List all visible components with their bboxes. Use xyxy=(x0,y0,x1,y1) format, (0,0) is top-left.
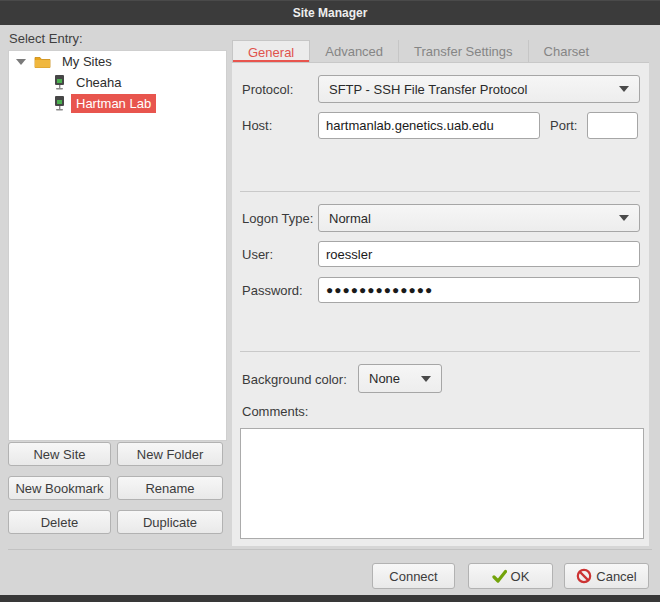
background-color-dropdown[interactable]: None xyxy=(358,364,442,393)
select-entry-label: Select Entry: xyxy=(9,31,83,46)
dropdown-arrow-icon xyxy=(619,215,629,221)
chevron-down-icon[interactable] xyxy=(16,59,26,65)
tree-item-label[interactable]: Cheaha xyxy=(71,73,127,92)
dropdown-arrow-icon xyxy=(619,86,629,92)
protocol-dropdown[interactable]: SFTP - SSH File Transfer Protocol xyxy=(318,75,640,103)
host-input[interactable] xyxy=(318,112,540,139)
window-title: Site Manager xyxy=(293,6,368,20)
ok-button[interactable]: OK xyxy=(468,563,553,589)
background-color-label: Background color: xyxy=(242,372,347,387)
server-icon xyxy=(54,96,65,111)
duplicate-button[interactable]: Duplicate xyxy=(117,510,223,534)
logon-type-label: Logon Type: xyxy=(242,211,313,226)
tree-item-label-selected[interactable]: Hartman Lab xyxy=(71,94,156,113)
password-input[interactable]: ●●●●●●●●●●●●● xyxy=(318,277,640,303)
cancel-icon xyxy=(576,568,592,584)
tab-charset[interactable]: Charset xyxy=(529,40,605,63)
delete-button[interactable]: Delete xyxy=(8,510,111,534)
site-tree[interactable]: My Sites Cheaha xyxy=(8,50,227,441)
port-label: Port: xyxy=(550,118,577,133)
comments-textarea[interactable] xyxy=(240,428,644,539)
tab-transfer-settings[interactable]: Transfer Settings xyxy=(399,40,529,63)
comments-label: Comments: xyxy=(242,404,308,419)
site-manager-dialog: Site Manager Select Entry: My Sites xyxy=(0,0,660,602)
cancel-button[interactable]: Cancel xyxy=(564,563,649,589)
tab-general[interactable]: General xyxy=(232,40,310,63)
server-icon xyxy=(54,75,65,90)
window-bottom-edge xyxy=(0,595,660,602)
footer-separator xyxy=(8,549,652,550)
password-label: Password: xyxy=(242,283,303,298)
tab-advanced[interactable]: Advanced xyxy=(310,40,399,63)
protocol-value: SFTP - SSH File Transfer Protocol xyxy=(329,82,527,97)
tree-item-my-sites[interactable]: My Sites xyxy=(9,51,226,72)
user-input[interactable] xyxy=(318,241,640,267)
host-label: Host: xyxy=(242,118,272,133)
rename-button[interactable]: Rename xyxy=(117,476,223,500)
new-site-button[interactable]: New Site xyxy=(8,442,111,466)
tree-item-cheaha[interactable]: Cheaha xyxy=(9,72,226,93)
protocol-label: Protocol: xyxy=(242,82,293,97)
separator xyxy=(240,191,640,192)
titlebar[interactable]: Site Manager xyxy=(0,0,660,25)
folder-icon xyxy=(34,55,51,68)
cancel-button-label: Cancel xyxy=(596,569,636,584)
connect-button[interactable]: Connect xyxy=(372,563,455,589)
new-folder-button[interactable]: New Folder xyxy=(117,442,223,466)
tree-item-hartman-lab[interactable]: Hartman Lab xyxy=(9,93,226,114)
separator xyxy=(240,351,640,352)
connect-button-label: Connect xyxy=(389,569,437,584)
logon-type-value: Normal xyxy=(329,211,371,226)
dropdown-arrow-icon xyxy=(421,376,431,382)
background-color-value: None xyxy=(369,371,400,386)
notebook-tabs: General Advanced Transfer Settings Chars… xyxy=(232,40,604,63)
user-label: User: xyxy=(242,247,273,262)
logon-type-dropdown[interactable]: Normal xyxy=(318,204,640,232)
new-bookmark-button[interactable]: New Bookmark xyxy=(8,476,111,500)
check-icon xyxy=(492,569,507,583)
ok-button-label: OK xyxy=(511,569,530,584)
tree-action-buttons: New Site New Folder New Bookmark Rename … xyxy=(8,442,224,534)
tree-item-label[interactable]: My Sites xyxy=(57,52,117,71)
dialog-body: Select Entry: My Sites xyxy=(0,25,660,595)
port-input[interactable] xyxy=(587,112,638,139)
general-tab-panel: Protocol: SFTP - SSH File Transfer Proto… xyxy=(232,62,649,546)
